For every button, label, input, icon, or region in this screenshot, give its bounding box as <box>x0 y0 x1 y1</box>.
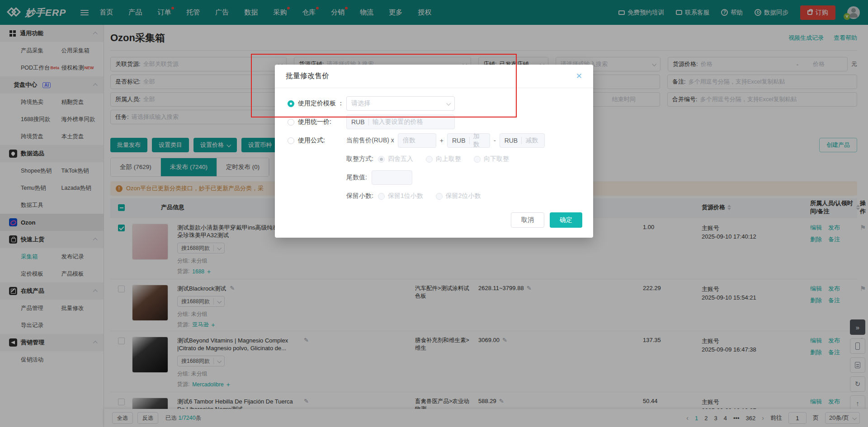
keep-2-decimal-radio[interactable]: 保留2位小数 <box>436 192 481 200</box>
round-half-radio[interactable]: 四舍五入 <box>378 155 413 163</box>
tail-value-label: 尾数值: <box>346 174 367 182</box>
modal-title: 批量修改售价 <box>286 71 329 81</box>
decimals-label: 保留小数: <box>346 192 373 200</box>
unified-price-radio[interactable] <box>288 119 294 126</box>
confirm-button[interactable]: 确定 <box>550 212 582 228</box>
multiplier-input[interactable]: 倍数 <box>398 133 436 148</box>
formula-radio[interactable] <box>288 137 294 144</box>
cancel-button[interactable]: 取消 <box>511 212 544 228</box>
unified-price-input[interactable]: RUB输入要设置的价格 <box>346 115 455 129</box>
rounding-label: 取整方式: <box>346 155 373 163</box>
round-up-radio[interactable]: 向上取整 <box>426 155 461 163</box>
pricing-template-radio[interactable] <box>288 100 294 107</box>
batch-modify-price-modal: 批量修改售价 ✕ 使用定价模板 ： 请选择 使用统一价: RUB输入要设置的价格… <box>275 65 593 238</box>
app-root: 妙手ERP 首页 产品 订单 托管 广告 数据 采购 仓库 分销 物流 更多 授… <box>0 0 868 427</box>
chevron-down-icon <box>446 101 451 105</box>
tail-value-input[interactable] <box>372 170 412 185</box>
close-icon[interactable]: ✕ <box>576 72 582 80</box>
pricing-template-select[interactable]: 请选择 <box>346 96 455 111</box>
addend-input[interactable]: RUB加数 <box>447 133 490 148</box>
formula-prefix-label: 当前售价(RUB) x <box>346 136 394 145</box>
keep-1-decimal-radio[interactable]: 保留1位小数 <box>378 192 423 200</box>
subtrahend-input[interactable]: RUB减数 <box>500 133 545 148</box>
round-down-radio[interactable]: 向下取整 <box>474 155 509 163</box>
